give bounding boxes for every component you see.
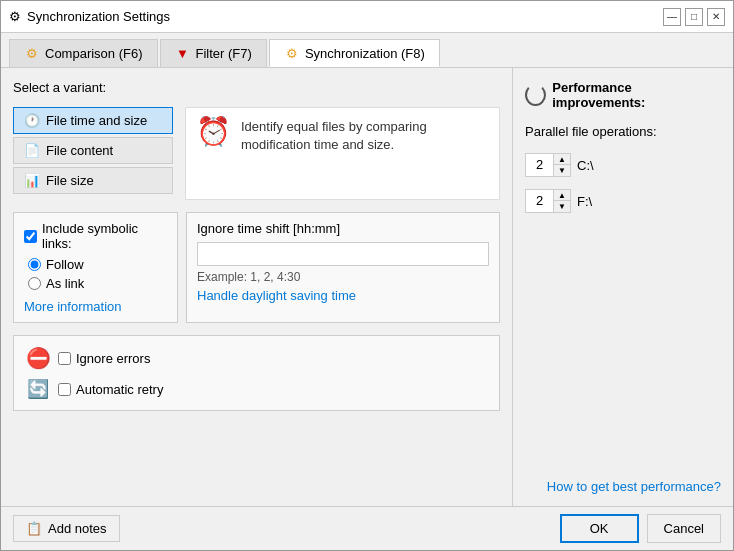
variant-buttons: 🕐 File time and size 📄 File content 📊 Fi… xyxy=(13,107,173,194)
errors-retry-section: ⛔ Ignore errors 🔄 Automatic retry xyxy=(13,335,500,411)
left-panel: Select a variant: 🕐 File time and size 📄… xyxy=(1,68,513,506)
file-content-icon: 📄 xyxy=(24,143,40,158)
automatic-retry-checkbox[interactable] xyxy=(58,383,71,396)
include-symbolic-links-text: Include symbolic links: xyxy=(42,221,167,251)
tab-filter[interactable]: ▼ Filter (F7) xyxy=(160,39,267,67)
tab-comparison-label: Comparison (F6) xyxy=(45,46,143,61)
tab-synchronization-label: Synchronization (F8) xyxy=(305,46,425,61)
variant-file-content-label: File content xyxy=(46,143,113,158)
f-spinner-down[interactable]: ▼ xyxy=(554,201,570,212)
more-info-link[interactable]: More information xyxy=(24,299,167,314)
tab-filter-label: Filter (F7) xyxy=(196,46,252,61)
daylight-saving-link[interactable]: Handle daylight saving time xyxy=(197,288,489,303)
automatic-retry-row: 🔄 Automatic retry xyxy=(26,378,487,400)
f-drive-label: F:\ xyxy=(577,194,592,209)
ignore-errors-checkbox[interactable] xyxy=(58,352,71,365)
how-to-link[interactable]: How to get best performance? xyxy=(525,479,721,494)
add-notes-button[interactable]: 📋 Add notes xyxy=(13,515,120,542)
example-text: Example: 1, 2, 4:30 xyxy=(197,270,489,284)
c-drive-label: C:\ xyxy=(577,158,594,173)
variant-and-desc: 🕐 File time and size 📄 File content 📊 Fi… xyxy=(13,107,500,200)
automatic-retry-text: Automatic retry xyxy=(76,382,163,397)
as-link-radio-label[interactable]: As link xyxy=(28,276,167,291)
file-size-icon: 📊 xyxy=(24,173,40,188)
f-spinner-value: 2 xyxy=(526,190,554,212)
maximize-button[interactable]: □ xyxy=(685,8,703,26)
f-spinner-arrows: ▲ ▼ xyxy=(554,190,570,212)
synchronization-settings-window: ⚙ Synchronization Settings — □ ✕ ⚙ Compa… xyxy=(0,0,734,551)
follow-radio-text: Follow xyxy=(46,257,84,272)
sync-icon: ⚙ xyxy=(284,45,300,61)
ignore-errors-icon: ⛔ xyxy=(26,346,50,370)
symbolic-time-section: Include symbolic links: Follow As link M… xyxy=(13,212,500,323)
ignore-errors-row: ⛔ Ignore errors xyxy=(26,346,487,370)
include-symbolic-links-label[interactable]: Include symbolic links: xyxy=(24,221,167,251)
c-drive-row: 2 ▲ ▼ C:\ xyxy=(525,153,721,177)
f-spinner-up[interactable]: ▲ xyxy=(554,190,570,201)
comparison-icon: ⚙ xyxy=(24,46,40,62)
time-shift-input[interactable] xyxy=(197,242,489,266)
performance-title-text: Performance improvements: xyxy=(552,80,721,110)
variant-file-time-size[interactable]: 🕐 File time and size xyxy=(13,107,173,134)
automatic-retry-label[interactable]: Automatic retry xyxy=(58,382,163,397)
variant-file-size-label: File size xyxy=(46,173,94,188)
follow-radio-label[interactable]: Follow xyxy=(28,257,167,272)
filter-icon: ▼ xyxy=(175,46,191,62)
c-spinner-arrows: ▲ ▼ xyxy=(554,154,570,176)
title-bar: ⚙ Synchronization Settings — □ ✕ xyxy=(1,1,733,33)
description-text: Identify equal files by comparing modifi… xyxy=(241,118,489,154)
performance-title: Performance improvements: xyxy=(525,80,721,110)
add-notes-label: Add notes xyxy=(48,521,107,536)
cancel-button[interactable]: Cancel xyxy=(647,514,721,543)
add-notes-icon: 📋 xyxy=(26,521,42,536)
ignore-errors-text: Ignore errors xyxy=(76,351,150,366)
tab-synchronization[interactable]: ⚙ Synchronization (F8) xyxy=(269,39,440,67)
main-content: Select a variant: 🕐 File time and size 📄… xyxy=(1,68,733,506)
as-link-radio[interactable] xyxy=(28,277,41,290)
include-symbolic-links-checkbox[interactable] xyxy=(24,230,37,243)
window-icon: ⚙ xyxy=(9,9,21,24)
tab-comparison[interactable]: ⚙ Comparison (F6) xyxy=(9,39,158,67)
f-spinner-control: 2 ▲ ▼ xyxy=(525,189,571,213)
file-time-size-icon: 🕐 xyxy=(24,113,40,128)
ignore-errors-label[interactable]: Ignore errors xyxy=(58,351,150,366)
c-spinner-control: 2 ▲ ▼ xyxy=(525,153,571,177)
variant-file-time-size-label: File time and size xyxy=(46,113,147,128)
variant-file-content[interactable]: 📄 File content xyxy=(13,137,173,164)
footer: 📋 Add notes OK Cancel xyxy=(1,506,733,550)
as-link-radio-text: As link xyxy=(46,276,84,291)
parallel-ops-label: Parallel file operations: xyxy=(525,124,721,139)
footer-buttons: OK Cancel xyxy=(560,514,721,543)
tabs-bar: ⚙ Comparison (F6) ▼ Filter (F7) ⚙ Synchr… xyxy=(1,33,733,68)
close-button[interactable]: ✕ xyxy=(707,8,725,26)
select-variant-label: Select a variant: xyxy=(13,80,500,95)
description-icon: ⏰ xyxy=(196,118,231,146)
follow-radio-group: Follow As link xyxy=(24,257,167,291)
description-box: ⏰ Identify equal files by comparing modi… xyxy=(185,107,500,200)
title-bar-controls: — □ ✕ xyxy=(663,8,725,26)
f-drive-row: 2 ▲ ▼ F:\ xyxy=(525,189,721,213)
right-panel: Performance improvements: Parallel file … xyxy=(513,68,733,506)
time-shift-label: Ignore time shift [hh:mm] xyxy=(197,221,489,236)
minimize-button[interactable]: — xyxy=(663,8,681,26)
variant-file-size[interactable]: 📊 File size xyxy=(13,167,173,194)
follow-radio[interactable] xyxy=(28,258,41,271)
performance-icon xyxy=(525,84,546,106)
time-shift-box: Ignore time shift [hh:mm] Example: 1, 2,… xyxy=(186,212,500,323)
automatic-retry-icon: 🔄 xyxy=(26,378,50,400)
window-title: Synchronization Settings xyxy=(27,9,170,24)
title-bar-left: ⚙ Synchronization Settings xyxy=(9,9,170,24)
c-spinner-down[interactable]: ▼ xyxy=(554,165,570,176)
symbolic-links-box: Include symbolic links: Follow As link M… xyxy=(13,212,178,323)
ok-button[interactable]: OK xyxy=(560,514,639,543)
c-spinner-value: 2 xyxy=(526,154,554,176)
c-spinner-up[interactable]: ▲ xyxy=(554,154,570,165)
